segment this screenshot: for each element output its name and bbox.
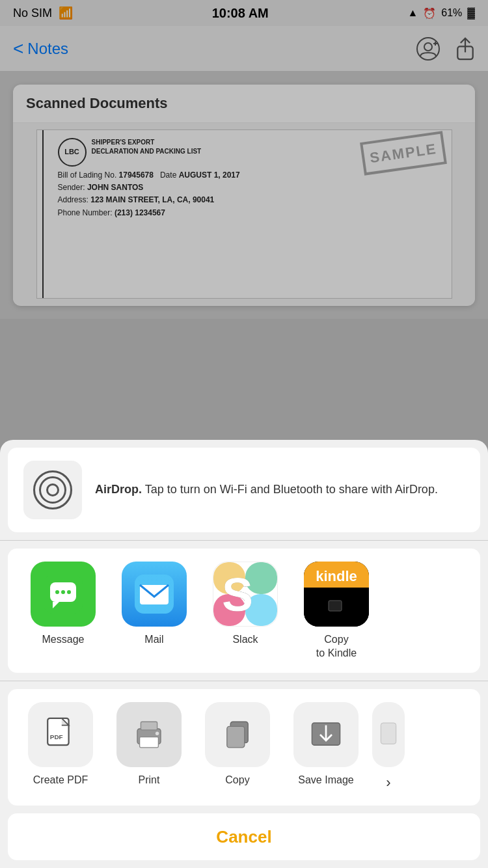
divider-1 [0, 540, 488, 541]
kindle-icon: kindle [304, 562, 369, 627]
svg-point-33 [156, 732, 159, 735]
svg-point-9 [55, 590, 59, 594]
airdrop-section[interactable]: AirDrop. Tap to turn on Wi-Fi and Blueto… [8, 448, 480, 532]
svg-text:S: S [222, 569, 253, 621]
mail-label: Mail [144, 633, 163, 647]
save-image-icon [293, 702, 359, 767]
divider-2 [0, 681, 488, 681]
copy-label: Copy [225, 774, 249, 787]
svg-rect-27 [329, 601, 342, 611]
app-item-message[interactable]: Message [21, 562, 105, 660]
svg-point-26 [339, 589, 347, 597]
app-item-kindle[interactable]: kindle Copyto Kindle [294, 562, 379, 660]
svg-text:kindle: kindle [316, 568, 357, 584]
action-row-container: PDF Create PDF Print [8, 689, 480, 806]
share-sheet-overlay: AirDrop. Tap to turn on Wi-Fi and Blueto… [0, 0, 488, 868]
create-pdf-label: Create PDF [33, 774, 88, 787]
svg-rect-32 [140, 737, 159, 748]
kindle-label: Copyto Kindle [316, 633, 357, 660]
action-item-print[interactable]: Print [107, 702, 191, 793]
svg-rect-31 [141, 722, 157, 731]
svg-point-11 [67, 590, 71, 594]
app-item-slack[interactable]: S S Slack [203, 562, 288, 660]
save-image-label: Save Image [298, 774, 353, 787]
cancel-container: Cancel [8, 813, 480, 860]
action-item-save-image[interactable]: Save Image [284, 702, 368, 793]
action-item-copy[interactable]: Copy [195, 702, 280, 793]
print-label: Print [139, 774, 160, 787]
action-item-more[interactable]: › [372, 702, 405, 793]
airdrop-rings-icon [33, 470, 72, 509]
slack-label: Slack [232, 633, 258, 647]
svg-rect-35 [227, 727, 245, 748]
print-icon [116, 702, 182, 767]
svg-text:PDF: PDF [50, 734, 63, 741]
airdrop-icon [23, 461, 82, 519]
svg-rect-38 [381, 723, 396, 744]
action-row: PDF Create PDF Print [8, 702, 480, 793]
message-label: Message [42, 633, 85, 647]
message-icon [31, 562, 96, 627]
create-pdf-icon: PDF [28, 702, 93, 767]
app-item-mail[interactable]: Mail [112, 562, 197, 660]
share-sheet: AirDrop. Tap to turn on Wi-Fi and Blueto… [0, 440, 488, 868]
mail-icon [122, 562, 187, 627]
app-row-container: Message [8, 549, 480, 673]
more-icon [372, 702, 405, 767]
app-row: Message [8, 562, 480, 660]
airdrop-description: AirDrop. Tap to turn on Wi-Fi and Blueto… [95, 481, 438, 498]
more-label: › [386, 774, 390, 793]
copy-icon [205, 702, 270, 767]
slack-icon: S S [213, 562, 278, 627]
cancel-button[interactable]: Cancel [8, 813, 480, 860]
svg-point-10 [61, 590, 65, 594]
action-item-create-pdf[interactable]: PDF Create PDF [18, 702, 103, 793]
